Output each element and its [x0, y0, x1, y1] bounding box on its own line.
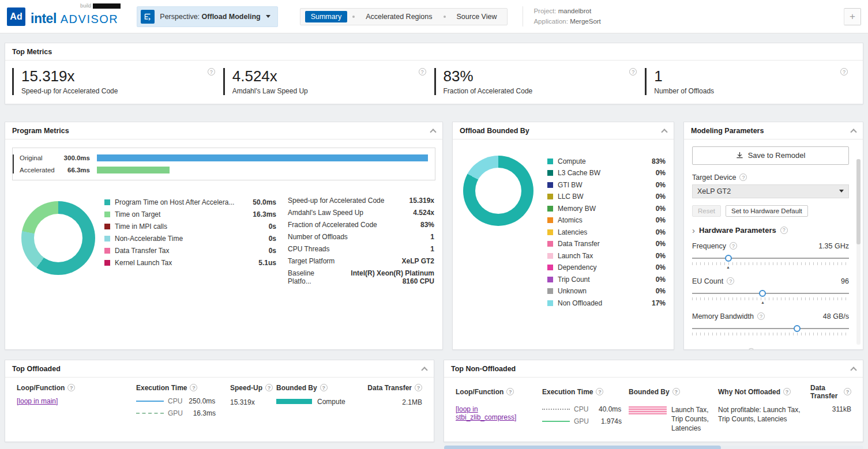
collapse-icon[interactable]: [850, 129, 856, 135]
legend-item: Non-Accelerable Time0s: [104, 233, 276, 245]
stat-value: 1: [430, 233, 434, 241]
legend-label: Data Transfer Tax: [115, 247, 263, 255]
bar-label: Original: [20, 154, 58, 161]
help-icon[interactable]: ?: [265, 384, 273, 391]
help-icon[interactable]: ?: [596, 388, 603, 395]
tab-source-view[interactable]: Source View: [451, 11, 503, 22]
vertical-scrollbar[interactable]: [856, 159, 861, 345]
help-icon[interactable]: ?: [739, 173, 747, 181]
launch-tax-bound-bar: [629, 406, 667, 414]
legend-swatch: [547, 170, 553, 176]
help-icon[interactable]: ?: [208, 68, 215, 76]
help-icon[interactable]: ?: [672, 388, 680, 395]
panel-title: Offload Bounded By: [460, 127, 529, 135]
panel-modeling-parameters: Modeling Parameters Save to Remodel Targ…: [683, 122, 863, 350]
panel-title: Modeling Parameters: [691, 127, 764, 135]
help-icon[interactable]: ?: [727, 277, 734, 285]
brand: Ad intel ADVISOR build: [7, 6, 118, 27]
slider-handle[interactable]: [794, 325, 801, 332]
legend-item: LLC BW0%: [547, 191, 666, 203]
help-icon[interactable]: ?: [320, 384, 328, 391]
panel-title: Top Non-Offloaded: [451, 365, 516, 373]
top-metrics-row: 15.319x Speed-up for Accelerated Code ? …: [5, 61, 863, 104]
metric-label: Number of Offloads: [654, 87, 840, 95]
collapse-icon[interactable]: [421, 367, 427, 373]
stat-row: Amdahl's Law Speed Up4.524x: [288, 209, 434, 221]
legend-label: Memory BW: [558, 205, 650, 213]
legend-value: 0s: [269, 222, 276, 231]
expand-button[interactable]: +: [844, 8, 861, 25]
legend-value: 0%: [656, 216, 666, 224]
slider-handle[interactable]: [759, 290, 766, 297]
set-to-hardware-default-button[interactable]: Set to Hardware Default: [726, 205, 808, 217]
help-icon[interactable]: ?: [780, 227, 788, 234]
stat-row: Target PlatformXeLP GT2: [288, 257, 434, 269]
stat-label: Fraction of Accelerated Code: [288, 221, 377, 229]
help-icon[interactable]: ?: [730, 242, 737, 250]
program-metrics-legend: Program Time on Host After Accelera...50…: [104, 197, 276, 285]
collapse-icon[interactable]: [850, 367, 856, 373]
chevron-down-icon: [266, 15, 270, 18]
help-icon[interactable]: ?: [415, 384, 422, 391]
collapse-icon[interactable]: [430, 129, 436, 135]
scrollbar-thumb[interactable]: [856, 159, 861, 244]
legend-item: Time on Target16.3ms: [104, 209, 276, 221]
stat-value: 15.319x: [409, 197, 434, 205]
bounded-by-cell: Compute: [276, 397, 367, 406]
legend-item: Atomics0%: [547, 214, 666, 227]
data-transfer-value: 2.1MB: [367, 397, 422, 406]
compute-bound-bar: [276, 399, 312, 404]
speedup-value: 15.319x: [230, 397, 276, 406]
help-icon[interactable]: ?: [419, 68, 426, 76]
stat-row: CPU Threads1: [288, 245, 434, 257]
help-icon[interactable]: ?: [757, 312, 765, 320]
slider-value: 1.35 GHz: [818, 242, 849, 250]
why-not-offloaded-text: Not profitable: Launch Tax, Trip Counts,…: [718, 405, 810, 424]
help-icon[interactable]: ?: [844, 388, 851, 395]
help-icon[interactable]: ?: [840, 68, 848, 76]
loop-in-main-link[interactable]: [loop in main]: [17, 397, 58, 405]
collapse-icon[interactable]: [661, 129, 667, 135]
reset-button[interactable]: Reset: [692, 205, 721, 217]
slider-handle[interactable]: [725, 255, 732, 262]
hardware-parameters-section[interactable]: › Hardware Parameters ?: [692, 226, 849, 235]
legend-value: 0%: [656, 193, 666, 201]
gpu-label: GPU: [574, 417, 589, 425]
scrollbar-thumb[interactable]: [444, 446, 721, 449]
help-icon[interactable]: ?: [190, 384, 197, 391]
stat-label: Amdahl's Law Speed Up: [288, 209, 363, 217]
build-label: build: [80, 3, 121, 9]
column-header: Why Not Offloaded: [718, 388, 780, 396]
legend-label: Time on Target: [115, 210, 247, 218]
target-device-select[interactable]: XeLP GT2: [692, 184, 849, 198]
help-icon[interactable]: ?: [629, 68, 637, 76]
offload-bounded-by-donut-chart: [463, 156, 533, 226]
stat-row: Fraction of Accelerated Code83%: [288, 221, 434, 233]
target-device-label: Target Device: [692, 173, 736, 182]
help-icon[interactable]: ?: [506, 388, 514, 395]
loop-in-stbi-zlib-compress-link[interactable]: [loop in stbi_zlib_compress]: [456, 405, 525, 421]
tab-summary[interactable]: Summary: [305, 11, 347, 22]
stat-value: Intel(R) Xeon(R) Platinum 8160 CPU: [337, 269, 434, 285]
cpu-time: 250.0ms: [185, 397, 215, 405]
help-icon[interactable]: ?: [747, 348, 755, 349]
offload-bounded-by-legend: Compute83% L3 Cache BW0% GTI BW0% LLC BW…: [547, 156, 666, 310]
legend-value: 0%: [656, 205, 666, 213]
legend-label: Kernel Launch Tax: [115, 259, 253, 267]
help-icon[interactable]: ?: [783, 388, 791, 395]
stat-label: Baseline Platfo...: [288, 269, 331, 285]
slider-default-marker: ▲: [761, 300, 765, 304]
save-to-remodel-button[interactable]: Save to Remodel: [692, 146, 849, 165]
perspective-selector[interactable]: Perspective: Offload Modeling: [137, 6, 277, 27]
legend-value: 16.3ms: [253, 210, 276, 218]
metric-fraction-accelerated: 83% Fraction of Accelerated Code ?: [434, 68, 637, 95]
horizontal-scrollbar[interactable]: [444, 446, 863, 449]
program-time-bar-chart: Original 300.0ms Accelerated 66.3ms: [12, 148, 435, 180]
bounded-by-cell: Launch Tax, Trip Counts, Latencies: [629, 405, 718, 433]
program-time-donut-chart: [21, 201, 95, 275]
gpu-time-sparkline: [136, 413, 164, 414]
stat-row: Speed-up for Accelerated Code15.319x: [288, 197, 434, 209]
tab-accelerated-regions[interactable]: Accelerated Regions: [360, 11, 438, 22]
stat-label: Number of Offloads: [288, 233, 348, 241]
help-icon[interactable]: ?: [67, 384, 75, 391]
